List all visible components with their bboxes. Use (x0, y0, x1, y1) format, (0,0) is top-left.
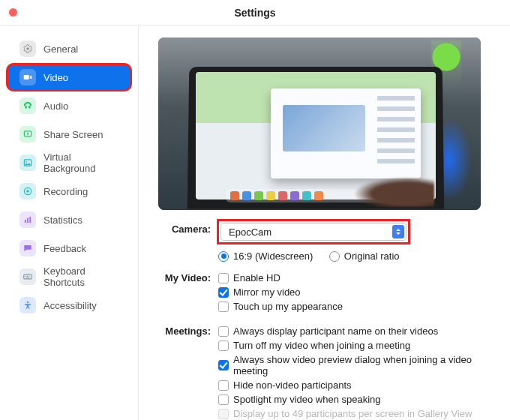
stepper-icon (392, 225, 404, 238)
checkbox-touch-up[interactable]: Touch up my appearance (218, 301, 495, 312)
svg-rect-11 (26, 276, 26, 277)
checkbox-label: Hide non-video participants (233, 380, 352, 391)
sidebar-item-label: Accessibility (44, 300, 97, 311)
radio-original-ratio[interactable]: Original ratio (329, 250, 400, 262)
camera-label: Camera: (158, 220, 218, 235)
checkbox-icon (218, 340, 229, 351)
checkbox-label: Always display participant name on their… (233, 326, 438, 337)
checkbox-icon (218, 380, 229, 391)
camera-select[interactable]: EpocCam (220, 223, 406, 241)
row-my-video: My Video: Enable HD Mirror my video Touc… (158, 269, 495, 315)
svg-point-0 (26, 47, 29, 50)
main-pane: Camera: EpocCam 16:9 (Widescreen) (139, 26, 510, 420)
sidebar-item-label: Keyboard Shortcuts (44, 266, 123, 288)
checkbox-icon (218, 360, 229, 370)
radio-icon (218, 251, 229, 262)
svg-point-4 (26, 161, 27, 163)
checkbox-icon (218, 326, 229, 337)
radio-label: 16:9 (Widescreen) (233, 250, 313, 262)
checkbox-label: Enable HD (233, 272, 280, 284)
checkbox-icon (218, 409, 229, 419)
checkbox-icon (218, 273, 229, 284)
sidebar-item-keyboard-shortcuts[interactable]: Keyboard Shortcuts (8, 264, 130, 290)
svg-point-6 (26, 190, 29, 193)
gear-icon (20, 40, 36, 57)
svg-rect-9 (29, 217, 31, 223)
accessibility-icon (20, 297, 36, 314)
sidebar-item-accessibility[interactable]: Accessibility (8, 292, 130, 318)
svg-rect-14 (26, 278, 30, 278)
feedback-icon (20, 240, 36, 256)
row-meetings: Meetings: Always display participant nam… (158, 322, 495, 420)
audio-icon (20, 98, 36, 114)
sidebar-item-general[interactable]: General (8, 36, 130, 62)
svg-rect-12 (27, 276, 28, 277)
checkbox-enable-hd[interactable]: Enable HD (218, 272, 495, 284)
share-icon (20, 126, 36, 142)
sidebar-item-label: Audio (44, 100, 68, 112)
settings-form: Camera: EpocCam 16:9 (Widescreen) (158, 220, 495, 420)
svg-rect-13 (28, 276, 29, 277)
checkbox-icon (218, 302, 229, 312)
sidebar-item-label: Recording (44, 186, 88, 197)
close-window-button[interactable] (9, 8, 17, 16)
checkbox-label: Display up to 49 participants per screen… (233, 408, 472, 419)
sidebar-item-label: Statistics (44, 214, 82, 226)
sidebar-item-statistics[interactable]: Statistics (8, 207, 130, 232)
checkbox-mirror-video[interactable]: Mirror my video (218, 286, 495, 298)
checkbox-display-names[interactable]: Always display participant name on their… (218, 326, 495, 337)
titlebar: Settings (0, 0, 510, 26)
checkbox-label: Turn off my video when joining a meeting (233, 340, 410, 351)
background-icon (20, 154, 36, 171)
checkbox-preview-dialog[interactable]: Always show video preview dialog when jo… (218, 354, 495, 376)
sidebar-item-label: Share Screen (44, 129, 104, 140)
meetings-label: Meetings: (158, 322, 218, 337)
checkbox-label: Mirror my video (233, 286, 301, 298)
svg-rect-7 (25, 220, 26, 223)
checkbox-label: Touch up my appearance (233, 301, 343, 312)
window-title: Settings (0, 7, 510, 19)
checkbox-spotlight[interactable]: Spotlight my video when speaking (218, 394, 495, 405)
video-preview (158, 38, 481, 210)
checkbox-hide-nonvideo[interactable]: Hide non-video participants (218, 380, 495, 391)
radio-widescreen[interactable]: 16:9 (Widescreen) (218, 250, 313, 262)
sidebar-item-label: Feedback (44, 243, 86, 254)
sidebar-item-label: General (44, 44, 78, 55)
sidebar-item-recording[interactable]: Recording (8, 178, 130, 204)
recording-icon (20, 183, 36, 200)
svg-point-15 (27, 302, 28, 303)
keyboard-icon (20, 268, 36, 285)
content: General Video Audio Share Screen Virtual (0, 26, 510, 420)
video-icon (20, 69, 36, 86)
sidebar-item-label: Video (44, 72, 68, 83)
radio-label: Original ratio (344, 250, 400, 262)
my-video-label: My Video: (158, 269, 218, 284)
sidebar-item-share-screen[interactable]: Share Screen (8, 122, 130, 147)
checkbox-label: Spotlight my video when speaking (233, 394, 381, 405)
sidebar: General Video Audio Share Screen Virtual (0, 26, 139, 420)
checkbox-gallery-49: Display up to 49 participants per screen… (218, 408, 495, 419)
sidebar-item-audio[interactable]: Audio (8, 93, 130, 118)
stats-icon (20, 212, 36, 228)
svg-rect-1 (24, 75, 29, 80)
checkbox-off-on-join[interactable]: Turn off my video when joining a meeting (218, 340, 495, 351)
radio-icon (329, 251, 340, 262)
sidebar-item-label: Virtual Background (44, 152, 123, 174)
sidebar-item-virtual-background[interactable]: Virtual Background (8, 150, 130, 176)
sidebar-item-video[interactable]: Video (8, 64, 130, 90)
checkbox-label: Always show video preview dialog when jo… (233, 354, 495, 376)
svg-rect-8 (27, 218, 28, 223)
sidebar-item-feedback[interactable]: Feedback (8, 236, 130, 261)
checkbox-icon (218, 394, 229, 405)
camera-selected-value: EpocCam (229, 226, 272, 238)
row-camera: Camera: EpocCam 16:9 (Widescreen) (158, 220, 495, 265)
checkbox-icon (218, 287, 229, 298)
